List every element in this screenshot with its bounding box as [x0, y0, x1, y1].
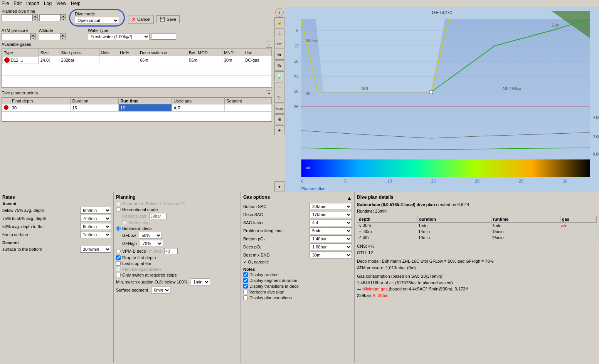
dive-plan-row-2: → 30m 14min 15min [357, 229, 597, 235]
deco-sac-label: Deco SAC [243, 212, 310, 217]
atm-pressure-input[interactable]: 1013mbar [2, 33, 30, 40]
recreational-radio[interactable] [116, 207, 121, 212]
verbatim-label: Verbatim dive plan [249, 290, 284, 294]
bottom-po2-select[interactable]: 1.40bar [310, 235, 352, 242]
planning-panel: Planning Rebreather: Bailout / Deco on O… [114, 192, 241, 363]
verbatim-checkbox[interactable] [243, 290, 248, 294]
min-switch-select[interactable]: 1min [191, 278, 210, 285]
dive-mode-select[interactable]: Open circuit [75, 17, 119, 24]
svg-rect-30 [301, 159, 590, 177]
display-transitions-checkbox[interactable] [243, 284, 248, 289]
dive-plan-runtime: Runtime: 25min [357, 208, 597, 215]
drop-first-checkbox[interactable] [116, 255, 121, 260]
scroll-down-button[interactable]: ▼ [274, 181, 284, 191]
surface-segment-select[interactable]: 0min [151, 287, 170, 294]
bottom-sac-select[interactable]: 20ℓ/min [310, 203, 352, 210]
n2-button[interactable]: N₂ [274, 50, 284, 60]
top-section: Planned dive time 09.06.2024 ▲ ▼ 20:14 [0, 7, 599, 192]
altitude-section: Altitude 0m ▲ ▼ [39, 28, 66, 40]
problem-solving-select[interactable]: 5min [310, 227, 352, 234]
menu-import[interactable]: Import [26, 1, 39, 6]
add-point-button[interactable]: + [266, 90, 272, 96]
altitude-input[interactable]: 0m [39, 33, 60, 40]
safety-stop-label: Safety stop [128, 220, 150, 225]
vpm-radio[interactable] [116, 249, 121, 253]
chart-button[interactable]: 📊 [274, 71, 284, 81]
water-type-select[interactable]: Fresh water (1.00kg/ℓ) [88, 33, 150, 40]
he-button[interactable]: He [274, 39, 284, 49]
menu-help[interactable]: Help [71, 1, 81, 6]
deco-po2-select[interactable]: 1.60bar [310, 243, 352, 250]
date-down-arrow[interactable]: ▼ [32, 18, 38, 21]
svg-text:12: 12 [294, 44, 298, 48]
time-down-arrow[interactable]: ▼ [61, 18, 66, 21]
buhlmann-radio[interactable] [116, 226, 121, 231]
rate-descent-select[interactable]: 30m/min [80, 246, 111, 253]
date-field[interactable]: 09.06.2024 ▲ ▼ [2, 14, 38, 21]
alt-down[interactable]: ▼ [60, 37, 66, 40]
svg-text:36: 36 [294, 104, 298, 109]
planner-row-1[interactable]: 30 15 15 AIR [2, 104, 272, 112]
best-mix-end-select[interactable]: 30m [310, 252, 352, 258]
reserve-gas-label: Reserve gas [122, 214, 146, 218]
plane-button[interactable]: ✈ [274, 125, 284, 135]
time-input[interactable]: 20:14 [39, 14, 61, 21]
gas-consumption-air: air [389, 280, 394, 285]
svg-text:AIR: AIR [362, 86, 368, 91]
display-runtime-checkbox[interactable] [243, 272, 248, 277]
gas-mnd: 30m [222, 56, 243, 64]
rate-below75-label: below 75% avg. depth [2, 208, 80, 213]
save-button[interactable]: 💾 Save [156, 15, 180, 23]
add-gas-button[interactable]: + [266, 42, 272, 48]
mod-button[interactable]: MOD [274, 104, 284, 114]
deco-sac-select[interactable]: 17ℓ/min [310, 211, 352, 218]
atm-pressure-section: ATM pressure 1013mbar ▲ ▼ [2, 28, 36, 40]
gas-consumption-title: Gas consumption (based on SAC 20|17ℓ/min… [357, 273, 597, 280]
best-mix-end-row: Best mix END 30m [243, 252, 352, 258]
save-icon: 💾 [160, 17, 165, 22]
gflow-select[interactable]: 50% [139, 232, 162, 239]
rate-6tosurface-select[interactable]: 1m/min [80, 231, 111, 238]
surface-segment-row: Surface segment 0min [116, 287, 238, 294]
only-switch-checkbox[interactable] [116, 273, 121, 277]
menu-edit[interactable]: Edit [13, 1, 22, 6]
dive-mode-label: Dive mode [75, 12, 119, 16]
col-start-press: Start press. [59, 49, 99, 56]
gas-row-1[interactable]: D12 ... 24.0ℓ 232bar 66m 56m 30m OC-gas [2, 56, 272, 64]
drop-first-label: Drop to first depth [122, 255, 156, 260]
atm-down[interactable]: ▼ [30, 37, 36, 40]
anchor-button[interactable]: ⚓ [274, 28, 284, 38]
menu-file[interactable]: File [2, 1, 9, 6]
time-field[interactable]: 20:14 ▲ ▼ [39, 14, 66, 21]
alt-up[interactable]: ▲ [60, 33, 66, 37]
rate-50to6-select[interactable]: 6m/min [80, 223, 111, 230]
o2-button[interactable]: O₂ [274, 60, 284, 70]
dp-gas-1: air [560, 223, 596, 229]
wave-button[interactable]: 〰 [274, 82, 284, 92]
time-up-arrow[interactable]: ▲ [61, 14, 66, 18]
display-variations-checkbox[interactable] [243, 295, 248, 300]
rate-below75-select[interactable]: 6m/min [80, 207, 111, 214]
vpm-row: VPM-B deco m level [116, 248, 238, 254]
dive-plan-created: created on 9.6.24 [436, 202, 469, 207]
sac-factor-select[interactable]: 4.4 [310, 219, 352, 226]
cancel-button[interactable]: ✕ Cancel [128, 15, 154, 23]
lock-button[interactable]: 🔒 [274, 17, 284, 27]
date-input[interactable]: 09.06.2024 [2, 14, 32, 21]
display-segment-checkbox[interactable] [243, 278, 248, 283]
menu-log[interactable]: Log [44, 1, 52, 6]
action-buttons: ✕ Cancel 💾 Save [128, 15, 180, 23]
rate-75to50-select[interactable]: 7m/min [80, 215, 111, 222]
menu-view[interactable]: View [56, 1, 66, 6]
col-type: Type [2, 49, 39, 56]
scope-button[interactable]: 🔭 [274, 93, 284, 103]
last-stop-checkbox[interactable] [116, 261, 121, 266]
gfhigh-select[interactable]: 70% [140, 240, 163, 247]
atm-up[interactable]: ▲ [30, 33, 36, 37]
gas-options-up-arrow[interactable]: ▲ [347, 195, 352, 201]
settings-button[interactable]: ⚙ [274, 114, 284, 124]
display-variations-label: Display plan variations [249, 295, 292, 300]
date-up-arrow[interactable]: ▲ [32, 14, 38, 18]
info-button[interactable]: i [275, 8, 284, 17]
water-density-input[interactable]: 1.00kg/ℓ [151, 34, 176, 40]
